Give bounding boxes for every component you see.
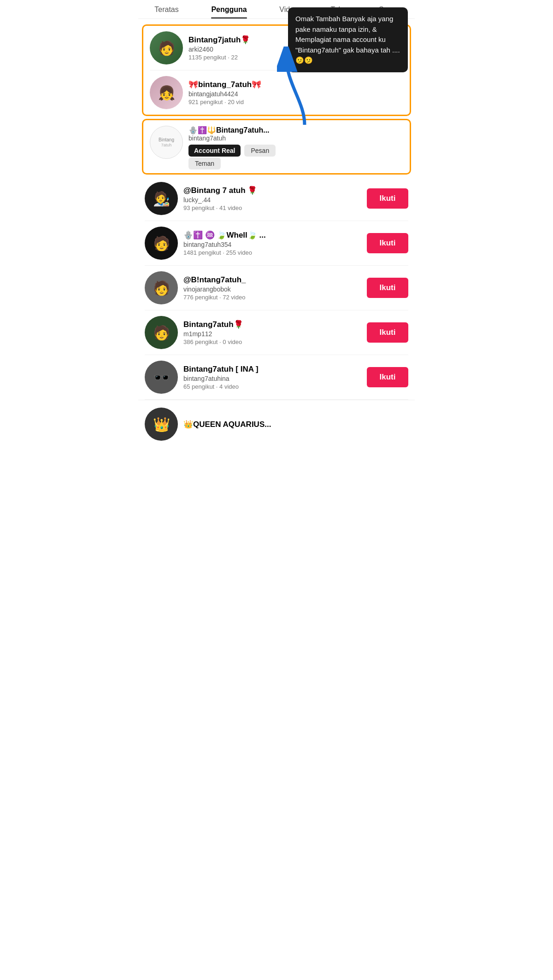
- user-stats: 921 pengikut · 20 vid: [188, 99, 356, 105]
- user-handle: bintang7atuh354: [183, 241, 361, 248]
- avatar[interactable]: 👧: [150, 76, 183, 109]
- user-name: 👑QUEEN AQUARIUS...: [183, 420, 408, 429]
- list-item: 👧 🎀bintang_7atuh🎀 bintangjatuh4424 921 p…: [143, 70, 410, 115]
- user-stats: 65 pengikut · 4 video: [183, 383, 361, 390]
- follow-button-4[interactable]: Ikuti: [367, 367, 408, 387]
- avatar[interactable]: 🧑: [145, 271, 178, 304]
- bintang-logo: Bintang7atuh: [157, 135, 176, 150]
- tab-pengguna[interactable]: Pengguna: [211, 6, 247, 18]
- account-real-name: 🪬✝️🔱Bintang7atuh...: [188, 126, 403, 134]
- user-name: Bintang7atuh🌹: [183, 320, 361, 329]
- user-info: @Bintang 7 atuh 🌹 lucky_.44 93 pengikut …: [183, 186, 361, 211]
- user-handle: vinojarangbobok: [183, 286, 361, 293]
- user-name: 🪬✝️ ♒ 🍃Whell🍃 ...: [183, 230, 361, 240]
- user-info: Bintang7atuh [ INA ] bintang7atuhina 65 …: [183, 365, 361, 390]
- user-info: 🎀bintang_7atuh🎀 bintangjatuh4424 921 pen…: [188, 80, 356, 105]
- list-item: 🧑 @B!ntang7atuh_ vinojarangbobok 776 pen…: [138, 266, 415, 310]
- avatar[interactable]: 🕶️: [145, 361, 178, 394]
- avatar[interactable]: 🧑: [150, 31, 183, 64]
- top-orange-section: 🧑 Bintang7jatuh🌹 arki2460 1135 pengikut …: [142, 24, 411, 116]
- tooltip-bubble: Omak Tambah Banyak aja yang pake namaku …: [288, 7, 408, 72]
- user-info: @B!ntang7atuh_ vinojarangbobok 776 pengi…: [183, 275, 361, 301]
- account-real-item: Bintang7atuh 🪬✝️🔱Bintang7atuh... bintang…: [143, 120, 410, 173]
- user-handle: m1mp112: [183, 330, 361, 338]
- avatar[interactable]: 🧑: [145, 227, 178, 260]
- user-list: 🧑‍🎨 @Bintang 7 atuh 🌹 lucky_.44 93 pengi…: [138, 176, 415, 448]
- account-real-badge[interactable]: Account Real: [188, 145, 241, 157]
- follow-button-2[interactable]: Ikuti: [367, 278, 408, 298]
- avatar[interactable]: 👑: [145, 408, 178, 441]
- follow-button-1[interactable]: Ikuti: [367, 233, 408, 253]
- tab-teratas[interactable]: Teratas: [154, 6, 178, 18]
- user-info: Bintang7atuh🌹 m1mp112 386 pengikut · 0 v…: [183, 320, 361, 345]
- user-name: @B!ntang7atuh_: [183, 275, 361, 285]
- pesan-button[interactable]: Pesan: [244, 145, 276, 157]
- account-real-tags: Account Real Pesan: [188, 145, 403, 157]
- list-item: 🕶️ Bintang7atuh [ INA ] bintang7atuhina …: [138, 355, 415, 399]
- list-item: 🧑 Bintang7atuh🌹 m1mp112 386 pengikut · 0…: [138, 310, 415, 355]
- avatar[interactable]: 🧑‍🎨: [145, 182, 178, 215]
- user-stats: 93 pengikut · 41 video: [183, 204, 361, 211]
- user-stats: 386 pengikut · 0 video: [183, 338, 361, 345]
- user-handle: bintang7atuhina: [183, 375, 361, 382]
- user-name: 🎀bintang_7atuh🎀: [188, 80, 356, 89]
- user-stats: 776 pengikut · 72 video: [183, 294, 361, 301]
- user-info: 🪬✝️ ♒ 🍃Whell🍃 ... bintang7atuh354 1481 p…: [183, 230, 361, 256]
- teman-badge[interactable]: Teman: [188, 158, 221, 169]
- list-item-partial: 👑 👑QUEEN AQUARIUS...: [138, 400, 415, 448]
- account-real-handle: bintang7atuh: [188, 134, 403, 142]
- account-real-section: Bintang7atuh 🪬✝️🔱Bintang7atuh... bintang…: [142, 119, 411, 175]
- list-item: 🧑‍🎨 @Bintang 7 atuh 🌹 lucky_.44 93 pengi…: [138, 176, 415, 221]
- avatar[interactable]: Bintang7atuh: [150, 126, 183, 159]
- list-item: 🧑 🪬✝️ ♒ 🍃Whell🍃 ... bintang7atuh354 1481…: [138, 221, 415, 265]
- account-real-info: 🪬✝️🔱Bintang7atuh... bintang7atuh Account…: [188, 126, 403, 168]
- user-stats: 1481 pengikut · 255 video: [183, 249, 361, 256]
- user-info: 👑QUEEN AQUARIUS...: [183, 420, 408, 429]
- user-name: @Bintang 7 atuh 🌹: [183, 186, 361, 195]
- user-handle: lucky_.44: [183, 196, 361, 204]
- user-name: Bintang7atuh [ INA ]: [183, 365, 361, 374]
- follow-button-3[interactable]: Ikuti: [367, 322, 408, 343]
- user-handle: bintangjatuh4424: [188, 90, 356, 98]
- avatar[interactable]: 🧑: [145, 316, 178, 349]
- follow-button-0[interactable]: Ikuti: [367, 188, 408, 209]
- list-item: 🧑 Bintang7jatuh🌹 arki2460 1135 pengikut …: [143, 26, 410, 70]
